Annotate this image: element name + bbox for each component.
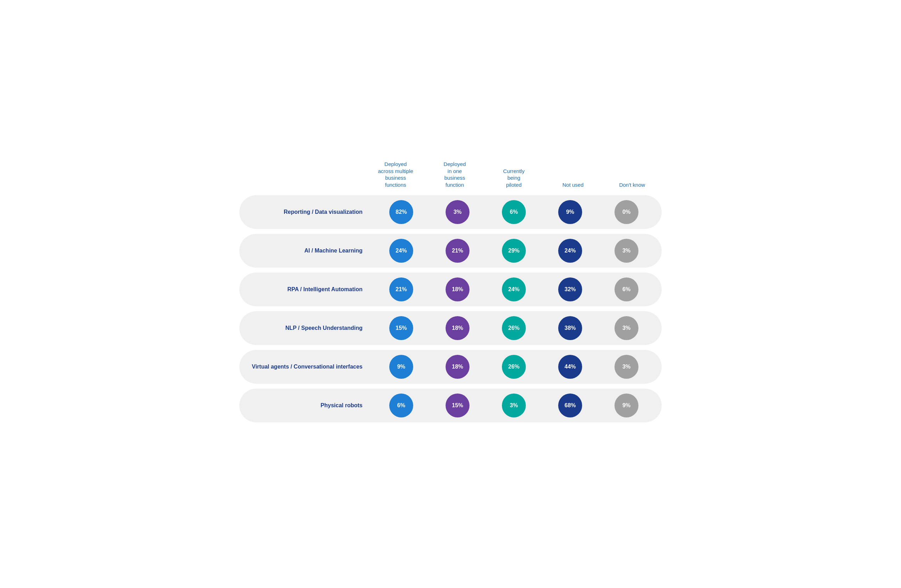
values-ai-ml: 24%21%29%24%3% [373,239,655,263]
bubble-virtual-agents-0: 9% [389,355,413,379]
bubble-virtual-agents-2: 26% [502,355,526,379]
bubble-reporting-0: 82% [389,200,413,224]
header-deployed-multi: Deployedacross multiplebusinessfunctions [366,161,425,188]
row-reporting: Reporting / Data visualization82%3%6%9%0… [239,195,662,229]
bubble-nlp-4: 3% [614,316,638,340]
bubble-reporting-2: 6% [502,200,526,224]
cell-ai-ml-3: 24% [542,239,598,263]
values-nlp: 15%18%26%38%3% [373,316,655,340]
row-nlp: NLP / Speech Understanding15%18%26%38%3% [239,311,662,345]
bubble-rpa-3: 32% [558,277,582,302]
cell-rpa-1: 18% [429,277,486,302]
values-rpa: 21%18%24%32%6% [373,277,655,302]
label-ai-ml: AI / Machine Learning [246,247,373,254]
cell-physical-robots-0: 6% [373,394,429,417]
values-reporting: 82%3%6%9%0% [373,200,655,224]
cell-virtual-agents-4: 3% [598,355,655,379]
chart-container: Deployedacross multiplebusinessfunctions… [239,161,662,427]
bubble-reporting-3: 9% [558,200,582,224]
bubble-rpa-2: 24% [502,277,526,302]
header-piloted: Currentlybeingpiloted [484,168,543,188]
bubble-rpa-1: 18% [446,277,469,302]
row-ai-ml: AI / Machine Learning24%21%29%24%3% [239,234,662,268]
bubble-virtual-agents-3: 44% [558,355,582,379]
cell-nlp-0: 15% [373,316,429,340]
cell-ai-ml-2: 29% [486,239,542,263]
cell-nlp-3: 38% [542,316,598,340]
rows-container: Reporting / Data visualization82%3%6%9%0… [239,195,662,422]
bubble-ai-ml-1: 21% [446,239,469,263]
header-dont-know: Don't know [603,182,662,188]
cell-ai-ml-0: 24% [373,239,429,263]
cell-physical-robots-1: 15% [429,394,486,417]
bubble-nlp-1: 18% [446,316,469,340]
bubble-nlp-3: 38% [558,316,582,340]
row-rpa: RPA / Intelligent Automation21%18%24%32%… [239,272,662,306]
bubble-physical-robots-0: 6% [389,394,413,417]
cell-rpa-3: 32% [542,277,598,302]
cell-ai-ml-1: 21% [429,239,486,263]
header-row: Deployedacross multiplebusinessfunctions… [239,161,662,188]
cell-reporting-2: 6% [486,200,542,224]
cell-reporting-3: 9% [542,200,598,224]
bubble-rpa-0: 21% [389,277,413,302]
cell-physical-robots-3: 68% [542,394,598,417]
bubble-physical-robots-2: 3% [502,394,526,417]
cell-physical-robots-2: 3% [486,394,542,417]
bubble-reporting-1: 3% [446,200,469,224]
cell-reporting-1: 3% [429,200,486,224]
bubble-reporting-4: 0% [614,200,638,224]
cell-rpa-0: 21% [373,277,429,302]
row-virtual-agents: Virtual agents / Conversational interfac… [239,350,662,384]
label-nlp: NLP / Speech Understanding [246,325,373,331]
cell-virtual-agents-3: 44% [542,355,598,379]
values-physical-robots: 6%15%3%68%9% [373,394,655,417]
bubble-physical-robots-4: 9% [614,394,638,417]
cell-physical-robots-4: 9% [598,394,655,417]
label-reporting: Reporting / Data visualization [246,209,373,215]
label-rpa: RPA / Intelligent Automation [246,286,373,292]
cell-ai-ml-4: 3% [598,239,655,263]
cell-reporting-4: 0% [598,200,655,224]
cell-rpa-4: 6% [598,277,655,302]
bubble-nlp-2: 26% [502,316,526,340]
bubble-rpa-4: 6% [614,277,638,302]
bubble-virtual-agents-1: 18% [446,355,469,379]
cell-nlp-1: 18% [429,316,486,340]
bubble-ai-ml-2: 29% [502,239,526,263]
bubble-ai-ml-4: 3% [614,239,638,263]
values-virtual-agents: 9%18%26%44%3% [373,355,655,379]
row-physical-robots: Physical robots6%15%3%68%9% [239,389,662,422]
cell-virtual-agents-2: 26% [486,355,542,379]
bubble-nlp-0: 15% [389,316,413,340]
label-virtual-agents: Virtual agents / Conversational interfac… [246,364,373,370]
cell-virtual-agents-1: 18% [429,355,486,379]
cell-virtual-agents-0: 9% [373,355,429,379]
header-deployed-one: Deployedin onebusinessfunction [425,161,484,188]
bubble-physical-robots-3: 68% [558,394,582,417]
cell-reporting-0: 82% [373,200,429,224]
label-physical-robots: Physical robots [246,402,373,409]
header-not-used: Not used [543,182,603,188]
cell-rpa-2: 24% [486,277,542,302]
bubble-physical-robots-1: 15% [446,394,469,417]
bubble-virtual-agents-4: 3% [614,355,638,379]
cell-nlp-2: 26% [486,316,542,340]
bubble-ai-ml-3: 24% [558,239,582,263]
bubble-ai-ml-0: 24% [389,239,413,263]
cell-nlp-4: 3% [598,316,655,340]
